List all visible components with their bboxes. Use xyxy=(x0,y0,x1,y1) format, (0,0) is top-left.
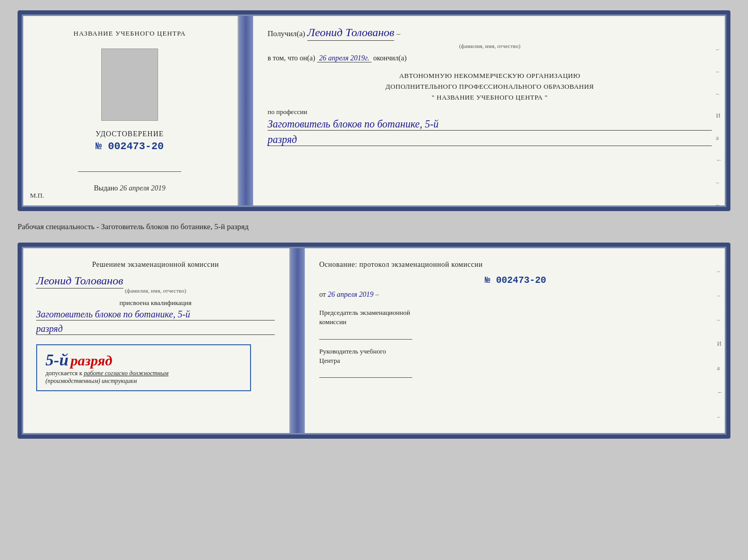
commission-chair-block: Председатель экзаменационной комиссии xyxy=(319,308,712,339)
bdash2: – xyxy=(717,292,723,299)
dash-right: – xyxy=(375,291,379,298)
basis-text: Основание: протокол экзаменационной коми… xyxy=(319,259,712,270)
qualification-label: присвоена квалификация xyxy=(36,299,275,307)
cert-top-right-panel: Получил(а) Леонид Толованов – (фамилия, … xyxy=(253,14,726,207)
допускается-prefix: допускается к xyxy=(45,370,82,377)
profession-label: по профессии xyxy=(268,108,712,116)
training-center-head-block: Руководитель учебного Центра xyxy=(319,347,712,378)
dash5: – xyxy=(716,201,722,209)
protocol-prefix: № xyxy=(485,275,491,285)
name-hint-top: (фамилия, имя, отчество) xyxy=(268,43,712,49)
mark-a: а xyxy=(716,134,722,142)
cert-top-left-panel: НАЗВАНИЕ УЧЕБНОГО ЦЕНТРА УДОСТОВЕРЕНИЕ №… xyxy=(22,14,239,207)
training-center-title: НАЗВАНИЕ УЧЕБНОГО ЦЕНТРА xyxy=(73,29,185,38)
rank-value: разряд xyxy=(268,134,712,146)
specialty-label: Рабочая специальность - Заготовитель бло… xyxy=(18,220,730,233)
date-prefix: в том, что он(а) xyxy=(268,54,315,62)
org-line3: " НАЗВАНИЕ УЧЕБНОГО ЦЕНТРА " xyxy=(268,92,712,103)
org-block: АВТОНОМНУЮ НЕКОММЕРЧЕСКУЮ ОРГАНИЗАЦИЮ ДО… xyxy=(268,71,712,103)
received-line: Получил(а) Леонид Толованов – xyxy=(268,26,712,41)
dash3: – xyxy=(716,90,722,98)
from-date-value: 26 апреля 2019 xyxy=(328,291,373,298)
допускается-italic: работе согласно должностным xyxy=(84,370,168,377)
training-center-head-label: Руководитель учебного Центра xyxy=(319,347,712,365)
certificate-top: НАЗВАНИЕ УЧЕБНОГО ЦЕНТРА УДОСТОВЕРЕНИЕ №… xyxy=(18,10,730,211)
from-date-line: от 26 апреля 2019 – xyxy=(319,291,712,299)
badge-text: разряд xyxy=(70,353,112,369)
date-value: 26 апреля 2019г. xyxy=(317,54,371,62)
photo-placeholder xyxy=(101,49,158,121)
received-prefix: Получил(а) xyxy=(268,29,305,38)
badge-number: 5-й xyxy=(45,350,68,369)
mark-arrow: ← xyxy=(716,156,722,164)
protocol-number-value: 002473-20 xyxy=(496,275,546,285)
mark-i: И xyxy=(716,112,722,120)
bmark-i: И xyxy=(717,340,723,348)
recipient-name: Леонид Толованов xyxy=(307,26,395,41)
cert-bottom-right-panel: Основание: протокол экзаменационной коми… xyxy=(305,247,726,435)
issued-line: Выдано 26 апреля 2019 xyxy=(94,184,166,193)
bottom-rank-value: разряд xyxy=(36,324,275,335)
commission-signature-line xyxy=(319,329,412,340)
cert-number-value: 002473-20 xyxy=(108,140,164,152)
bmark-arrow: ← xyxy=(717,389,723,396)
bdash5: – xyxy=(717,437,723,439)
certificate-bottom: Решением экзаменационной комиссии Леонид… xyxy=(18,243,730,439)
bdash4: – xyxy=(717,413,723,421)
from-prefix: от xyxy=(319,291,326,298)
rank-badge-box: 5-й разряд допускается к работе согласно… xyxy=(36,344,251,391)
bottom-profession-value: Заготовитель блоков по ботанике, 5-й xyxy=(36,309,275,321)
side-dashes: – – – И а ← – – – – xyxy=(716,45,722,211)
bdash3: – xyxy=(717,316,723,324)
dash4: – xyxy=(716,179,722,186)
head-signature-line xyxy=(319,367,412,378)
issued-date: 26 апреля 2019 xyxy=(120,184,165,192)
допускается-block: допускается к работе согласно должностны… xyxy=(45,370,242,385)
spine-divider-bottom xyxy=(290,247,305,435)
spine-divider xyxy=(239,14,253,207)
cert-bottom-left-panel: Решением экзаменационной комиссии Леонид… xyxy=(22,247,290,435)
dash1: – xyxy=(716,45,722,53)
org-line1: АВТОНОМНУЮ НЕКОММЕРЧЕСКУЮ ОРГАНИЗАЦИЮ xyxy=(268,71,712,82)
issued-label: Выдано xyxy=(94,184,118,192)
cert-number: № 002473-20 xyxy=(96,140,164,152)
date-line: в том, что он(а) 26 апреля 2019г. окончи… xyxy=(268,54,712,62)
bdash1: – xyxy=(717,267,723,275)
dash2: – xyxy=(716,68,722,75)
commission-chair-label: Председатель экзаменационной комиссии xyxy=(319,308,712,327)
signature-field xyxy=(78,163,181,172)
instructions-italic: (производственным) инструкциям xyxy=(45,377,137,385)
finished-label: окончил(а) xyxy=(373,54,407,62)
badge-content: 5-й разряд xyxy=(45,350,242,370)
document-label: УДОСТОВЕРЕНИЕ xyxy=(96,130,164,138)
profession-value: Заготовитель блоков по ботанике, 5-й xyxy=(268,118,712,131)
mp-label: М.П. xyxy=(30,191,44,200)
org-line2: ДОПОЛНИТЕЛЬНОГО ПРОФЕССИОНАЛЬНОГО ОБРАЗО… xyxy=(268,82,712,92)
number-prefix: № xyxy=(96,140,102,152)
dash-after-name: – xyxy=(396,29,400,38)
decision-text: Решением экзаменационной комиссии xyxy=(36,259,275,270)
protocol-number: № 002473-20 xyxy=(319,275,712,285)
bmark-a: а xyxy=(717,364,723,372)
bottom-person-name: Леонид Толованов xyxy=(36,274,123,289)
right-side-marks-bottom: – – – И а ← – – – – xyxy=(717,267,723,439)
